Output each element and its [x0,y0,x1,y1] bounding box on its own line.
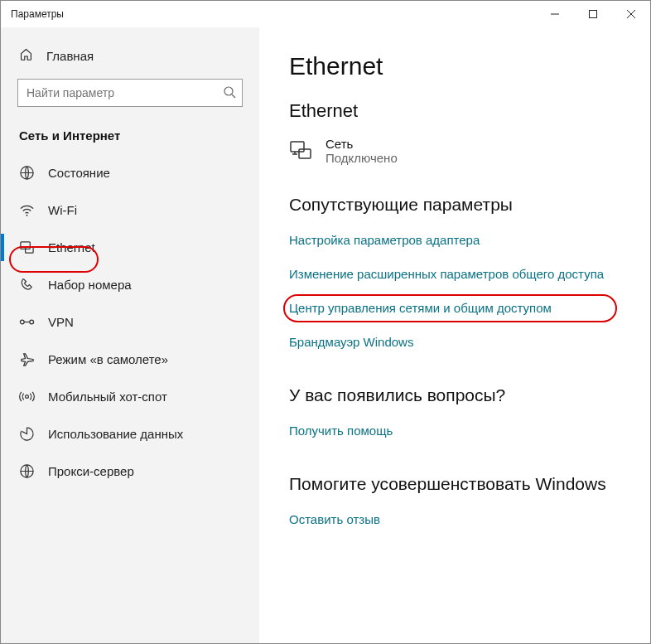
svg-point-11 [30,320,34,324]
nav-label: Прокси-сервер [48,464,134,478]
airplane-icon [19,351,35,367]
sidebar-item-ethernet[interactable]: Ethernet [1,229,259,266]
link-feedback[interactable]: Оставить отзыв [289,506,634,533]
vpn-icon [19,314,35,330]
sidebar-item-airplane[interactable]: Режим «в самолете» [1,341,259,378]
link-advanced-sharing[interactable]: Изменение расширенных параметров общего … [289,260,634,288]
network-item[interactable]: Сеть Подключено [289,137,634,165]
sidebar-item-dialup[interactable]: Набор номера [1,266,259,303]
questions-heading: У вас появились вопросы? [289,385,634,405]
svg-rect-16 [299,149,311,158]
home-label: Главная [46,49,94,63]
section-heading-ethernet: Ethernet [289,100,634,122]
ethernet-icon [19,240,35,255]
sidebar-item-proxy[interactable]: Прокси-сервер [1,453,259,490]
link-windows-firewall[interactable]: Брандмауэр Windows [289,328,634,356]
window-title: Параметры [11,8,64,20]
hotspot-icon [19,389,35,404]
improve-heading: Помогите усовершенствовать Windows [289,474,634,494]
svg-line-5 [232,94,235,98]
svg-point-13 [26,395,29,399]
nav-label: Ethernet [48,240,95,254]
wifi-icon [19,202,35,218]
search-icon [223,85,236,99]
sidebar-item-hotspot[interactable]: Мобильный хот-спот [1,378,259,415]
network-monitor-icon [289,139,312,162]
sidebar-section-title: Сеть и Интернет [1,123,259,154]
related-settings-heading: Сопутствующие параметры [289,195,634,215]
svg-rect-15 [291,142,304,152]
svg-rect-1 [590,11,597,18]
sidebar-home[interactable]: Главная [1,39,259,79]
sidebar-item-status[interactable]: Состояние [1,154,259,191]
svg-rect-9 [26,247,33,254]
sidebar: Главная Сеть и Интернет Состояние Wi-Fi … [1,27,259,643]
search-input[interactable] [17,79,243,107]
close-button[interactable] [612,1,650,27]
nav-label: Режим «в самолете» [48,352,168,366]
sidebar-item-data-usage[interactable]: Использование данных [1,415,259,453]
network-name: Сеть [326,137,398,151]
svg-point-10 [20,320,24,324]
sidebar-item-vpn[interactable]: VPN [1,303,259,341]
nav-label: Набор номера [48,278,132,292]
nav-label: Состояние [48,166,110,180]
data-usage-icon [19,426,35,442]
link-network-sharing-center[interactable]: Центр управления сетями и общим доступом [289,294,634,322]
nav-label: Мобильный хот-спот [48,390,167,404]
network-status: Подключено [326,151,398,165]
status-icon [19,165,35,181]
sidebar-item-wifi[interactable]: Wi-Fi [1,191,259,229]
link-get-help[interactable]: Получить помощь [289,417,634,444]
link-adapter-settings[interactable]: Настройка параметров адаптера [289,226,634,254]
nav-label: Wi-Fi [48,203,77,217]
nav-label: VPN [48,315,74,329]
search-box[interactable] [17,79,243,107]
page-title: Ethernet [289,52,634,80]
nav-label: Использование данных [48,427,183,441]
svg-point-7 [27,215,28,216]
titlebar: Параметры [1,1,650,27]
proxy-icon [19,463,35,479]
window-controls [536,1,650,27]
minimize-button[interactable] [536,1,574,27]
maximize-button[interactable] [574,1,612,27]
home-icon [19,47,33,64]
svg-point-4 [224,87,233,95]
dialup-icon [19,277,35,293]
main-content: Ethernet Ethernet Сеть Подключено Сопутс… [259,27,650,643]
